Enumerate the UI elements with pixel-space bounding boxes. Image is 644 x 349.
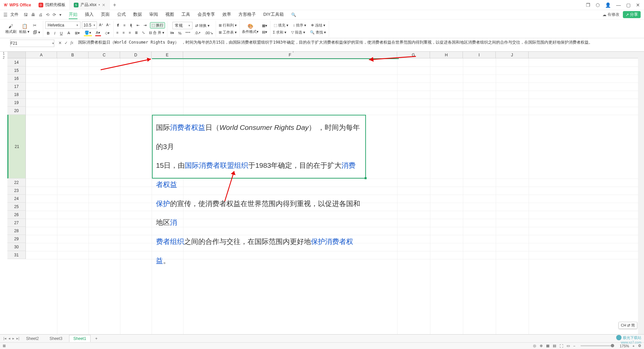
fill-color-button[interactable]: 🪣▾ xyxy=(84,30,92,36)
filter-button[interactable]: ▽ 筛选 ▾ xyxy=(290,30,306,35)
search-icon[interactable]: 🔍 xyxy=(291,12,296,17)
row-header-25[interactable]: 25 xyxy=(7,203,26,211)
save-icon[interactable]: 🖫 xyxy=(24,12,28,17)
border-button[interactable]: ⊞▾ xyxy=(74,31,80,36)
row-header-20[interactable]: 20 xyxy=(7,107,26,115)
percent-button[interactable]: % xyxy=(177,31,182,36)
cond-format-button[interactable]: 🎨条件格式▾ xyxy=(242,23,259,34)
sheet-last-icon[interactable]: ▸| xyxy=(16,336,19,341)
col-header-H[interactable]: H xyxy=(430,52,463,58)
redo-dropdown-icon[interactable]: ▾ xyxy=(59,12,61,17)
font-grow-button[interactable]: A⁺ xyxy=(98,22,104,28)
add-tab-button[interactable]: + xyxy=(110,2,119,8)
merge-button[interactable]: ⊟ 合 并 ▾ xyxy=(148,30,165,36)
minimize-icon[interactable]: — xyxy=(616,2,621,8)
indent-inc-button[interactable]: ⇥ xyxy=(143,23,147,28)
indent-dec-button[interactable]: ⇤ xyxy=(136,23,140,28)
status-cloud-icon[interactable]: ⊕ xyxy=(540,344,543,348)
file-menu[interactable]: 文件 xyxy=(10,12,18,17)
row-header-29[interactable]: 29 xyxy=(7,235,26,243)
align-right-button[interactable]: ≡ xyxy=(128,30,131,35)
sheet-prev-icon[interactable]: ◂ xyxy=(8,336,10,341)
fx-icon[interactable]: fx xyxy=(70,40,73,45)
freeze-button[interactable]: ❄ 冻结 ▾ xyxy=(310,22,326,28)
tab-diy[interactable]: DIY工具箱 xyxy=(263,10,284,19)
tab-tools[interactable]: 工具 xyxy=(181,10,190,19)
close-window-icon[interactable]: ✕ xyxy=(636,2,640,8)
print-icon[interactable]: 🖨 xyxy=(39,12,43,17)
align-top-button[interactable]: ⬆̄ xyxy=(116,23,120,28)
fill-button[interactable]: ⬚ 填充 ▾ xyxy=(273,22,289,28)
sheet-tab-0[interactable]: Sheet2 xyxy=(22,335,43,342)
view-normal-icon[interactable]: ▦ xyxy=(546,344,549,348)
formula-text[interactable]: 国际消费者权益日（World Consumer Rights Day） ，时间为… xyxy=(76,38,644,47)
cut-button[interactable]: ✂ xyxy=(32,22,41,28)
row-header-14[interactable]: 14 xyxy=(7,58,26,66)
cube-icon[interactable]: ⬡ xyxy=(596,2,600,8)
zoom-in-button[interactable]: + xyxy=(633,344,635,348)
col-header-I[interactable]: I xyxy=(463,52,496,58)
rowcol-button[interactable]: ⊞ 行和列 ▾ xyxy=(218,22,237,28)
italic-button[interactable]: I xyxy=(54,31,56,36)
underline-button[interactable]: U xyxy=(59,31,63,36)
row-header-23[interactable]: 23 xyxy=(7,187,26,195)
font-name-select[interactable]: Helvetica▾ xyxy=(45,21,80,29)
tab-formula[interactable]: 公式 xyxy=(117,10,126,19)
strike-button[interactable]: A̶ xyxy=(67,31,71,36)
col-header-G[interactable]: G xyxy=(397,52,430,58)
align-middle-button[interactable]: ≡ xyxy=(123,23,126,28)
bold-button[interactable]: B xyxy=(46,31,50,36)
ime-indicator[interactable]: CH ⇄ 简 xyxy=(619,322,637,329)
row-header-15[interactable]: 15 xyxy=(7,66,26,74)
row-header-31[interactable]: 31 xyxy=(7,251,26,259)
view-read-icon[interactable]: ▭ xyxy=(567,344,570,348)
decimal-dec-button[interactable]: .00↘ xyxy=(204,31,213,36)
export-icon[interactable]: 🖶 xyxy=(31,12,35,17)
tab-start[interactable]: 开始 xyxy=(69,10,77,19)
sheet-first-icon[interactable]: |◂ xyxy=(3,336,6,341)
share-button[interactable]: ↗分享 xyxy=(623,11,641,18)
col-header-J[interactable]: J xyxy=(496,52,529,58)
clear-format-button[interactable]: ◇▾ xyxy=(104,31,110,36)
row-header-26[interactable]: 26 xyxy=(7,211,26,219)
format-painter-button[interactable]: 🖌格式刷 xyxy=(5,23,16,34)
align-justify-button[interactable]: ≣ xyxy=(134,30,139,35)
row-header-27[interactable]: 27 xyxy=(7,219,26,227)
maximize-icon[interactable]: ▢ xyxy=(626,2,631,8)
fill-handle[interactable] xyxy=(365,177,367,179)
cloud-status[interactable]: ☁有修改 xyxy=(602,12,620,17)
tab-page[interactable]: 页面 xyxy=(101,10,110,19)
align-left-button[interactable]: ≡ xyxy=(116,30,119,35)
accept-formula-icon[interactable]: ✓ xyxy=(64,41,68,45)
paste-button[interactable]: 📋粘贴 ▾ xyxy=(19,23,30,34)
row-header-17[interactable]: 17 xyxy=(7,83,26,91)
orientation-button[interactable]: ⤡ xyxy=(141,30,146,35)
row-header-30[interactable]: 30 xyxy=(7,243,26,251)
hamburger-icon[interactable]: ☰ xyxy=(3,12,8,17)
preview-icon[interactable]: ⟲ xyxy=(46,12,49,17)
number-format-select[interactable]: 常规▾ xyxy=(172,22,193,29)
tab-view[interactable]: 视图 xyxy=(165,10,174,19)
row-header-21[interactable]: 21 xyxy=(7,115,26,179)
copy-button[interactable]: 🗐▾ xyxy=(32,30,41,35)
tab-square[interactable]: 方形格子 xyxy=(238,10,256,19)
tab-review[interactable]: 审阅 xyxy=(149,10,158,19)
align-bottom-button[interactable]: ⬇̱ xyxy=(129,23,133,28)
name-box[interactable]: F21▾ xyxy=(10,40,54,47)
row-header-28[interactable]: 28 xyxy=(7,227,26,235)
tab-document[interactable]: S 产品.xlsx • ✕ xyxy=(70,0,110,10)
col-header-B[interactable]: B xyxy=(57,52,89,58)
col-header-E[interactable]: E xyxy=(152,52,183,58)
row-header-19[interactable]: 19 xyxy=(7,99,26,107)
thousands-button[interactable]: ᵒᵒᵒ xyxy=(185,31,191,36)
sort-button[interactable]: ↕ 排序 ▾ xyxy=(292,22,307,28)
align-center-button[interactable]: ≡ xyxy=(122,30,125,35)
vertical-scrollbar[interactable] xyxy=(638,52,644,336)
tab-efficiency[interactable]: 效率 xyxy=(222,10,231,19)
font-color-button[interactable]: A▾ xyxy=(95,30,101,36)
restore-down-icon[interactable]: ❐ xyxy=(586,2,590,8)
cancel-formula-icon[interactable]: ✕ xyxy=(58,41,62,45)
currency-button[interactable]: ¥▾ xyxy=(169,31,175,36)
tab-member[interactable]: 会员专享 xyxy=(198,10,215,19)
zoom-value[interactable]: 175% xyxy=(620,344,629,348)
